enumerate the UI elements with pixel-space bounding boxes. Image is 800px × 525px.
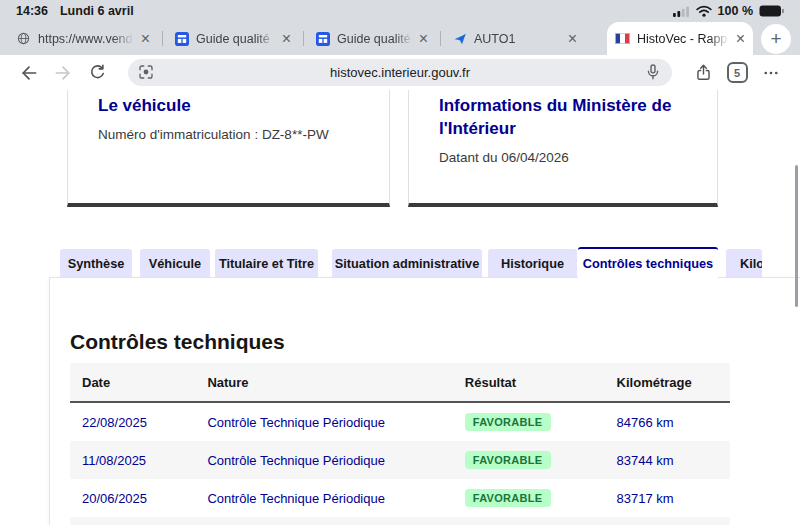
plane-icon [453, 32, 467, 46]
cell-km: 83717 km [605, 491, 730, 506]
new-tab-button[interactable]: + [761, 24, 791, 54]
more-dots-icon [762, 64, 780, 82]
browser-tab-title: Guide qualité - Com [337, 32, 412, 46]
clock: 14:36 [16, 4, 48, 18]
page-scrollbar[interactable] [795, 165, 798, 307]
tab-historique[interactable]: Historique [488, 249, 577, 277]
close-icon[interactable]: × [282, 31, 291, 47]
close-icon[interactable]: × [419, 31, 428, 47]
card-title: Le véhicule [98, 95, 359, 118]
share-icon [694, 63, 713, 82]
table-row: 22/08/2025 Contrôle Technique Périodique… [70, 403, 730, 441]
header-nature: Nature [195, 375, 452, 390]
battery-percent: 100 % [718, 4, 753, 18]
tab-kilometrage[interactable]: Kilométrage [726, 249, 762, 277]
status-bar: 14:36 Lundi 6 avril 100 % [0, 0, 800, 22]
board-icon [175, 32, 189, 46]
back-arrow-icon [19, 63, 39, 83]
browser-tab-guide-1[interactable]: Guide qualité - Com × [167, 22, 299, 55]
vehicle-card: Le véhicule Numéro d'immatriculation : D… [67, 90, 390, 207]
header-date: Date [70, 375, 195, 390]
cell-date: 20/06/2025 [70, 491, 195, 506]
battery-icon [759, 5, 784, 17]
tab-divider [162, 31, 163, 46]
histovec-page: Le véhicule Numéro d'immatriculation : D… [0, 90, 800, 525]
tab-divider [303, 31, 304, 46]
table-row: 20/06/2025 Contrôle Technique Périodique… [70, 479, 730, 517]
cell-nature: Contrôle Technique Périodique [195, 491, 452, 506]
tab-situation-administrative[interactable]: Situation administrative [332, 249, 482, 277]
cellular-signal-icon [673, 6, 690, 17]
browser-tab-title: https://www.vendez [38, 32, 134, 46]
table-row-partial [70, 517, 730, 525]
browser-tab-histovec-active[interactable]: HistoVec - Rapport V × [607, 22, 753, 55]
tab-count-icon: 5 [727, 62, 748, 83]
back-button[interactable] [12, 58, 46, 88]
tab-switcher-button[interactable]: 5 [720, 58, 754, 88]
url-bar[interactable]: histovec.interieur.gouv.fr [128, 59, 672, 86]
close-icon[interactable]: × [141, 31, 150, 47]
ipad-screen: 14:36 Lundi 6 avril 100 % [0, 0, 800, 525]
forward-button[interactable] [46, 58, 80, 88]
status-badge: FAVORABLE [465, 489, 551, 507]
browser-tab-auto1[interactable]: AUTO1 × [445, 22, 585, 55]
table-header-row: Date Nature Résultat Kilométrage [70, 363, 730, 403]
header-kilometrage: Kilométrage [605, 375, 730, 390]
cell-date: 11/08/2025 [70, 453, 195, 468]
url-text[interactable]: histovec.interieur.gouv.fr [128, 59, 672, 86]
forward-arrow-icon [53, 63, 73, 83]
cell-date: 22/08/2025 [70, 415, 195, 430]
ministry-info-card: Informations du Ministère de l'Intérieur… [408, 90, 718, 207]
header-resultat: Résultat [453, 375, 605, 390]
tab-divider [440, 31, 441, 46]
cell-km: 84766 km [605, 415, 730, 430]
tab-controles-techniques-active[interactable]: Contrôles techniques [578, 247, 718, 278]
browser-toolbar: histovec.interieur.gouv.fr 5 [0, 55, 800, 90]
tab-synthese[interactable]: Synthèse [60, 249, 132, 277]
cell-nature: Contrôle Technique Périodique [195, 453, 452, 468]
cell-nature: Contrôle Technique Périodique [195, 415, 452, 430]
status-badge: FAVORABLE [465, 413, 551, 431]
status-badge: FAVORABLE [465, 451, 551, 469]
reload-icon [88, 63, 107, 82]
browser-tab-strip: https://www.vendez × Guide qualité - Com… [0, 22, 800, 55]
french-flag-icon [615, 33, 630, 44]
wifi-icon [696, 5, 712, 17]
card-title: Informations du Ministère de l'Intérieur [439, 95, 687, 141]
registration-number: Numéro d'immatriculation : DZ-8**-PW [98, 127, 359, 142]
more-menu-button[interactable] [754, 58, 788, 88]
browser-tab-title: AUTO1 [474, 32, 561, 46]
status-date: Lundi 6 avril [60, 4, 134, 18]
share-button[interactable] [686, 58, 720, 88]
browser-tab-title: HistoVec - Rapport V [637, 32, 729, 46]
section-title: Contrôles techniques [70, 330, 285, 354]
browser-tab-title: Guide qualité - Com [196, 32, 275, 46]
browser-tab-guide-2[interactable]: Guide qualité - Com × [308, 22, 436, 55]
browser-tab-vendez[interactable]: https://www.vendez × [8, 22, 158, 55]
report-date: Datant du 06/04/2026 [439, 150, 687, 165]
cell-km: 83744 km [605, 453, 730, 468]
tab-titulaire-et-titre[interactable]: Titulaire et Titre [215, 249, 318, 277]
reload-button[interactable] [80, 58, 114, 88]
plus-icon: + [770, 28, 781, 50]
globe-icon [16, 31, 31, 46]
board-icon [316, 32, 330, 46]
controls-table: Date Nature Résultat Kilométrage 22/08/2… [70, 363, 730, 525]
tab-vehicule[interactable]: Véhicule [140, 249, 210, 277]
table-row: 11/08/2025 Contrôle Technique Périodique… [70, 441, 730, 479]
close-icon[interactable]: × [736, 31, 745, 47]
close-icon[interactable]: × [568, 31, 577, 47]
microphone-icon[interactable] [643, 62, 663, 82]
